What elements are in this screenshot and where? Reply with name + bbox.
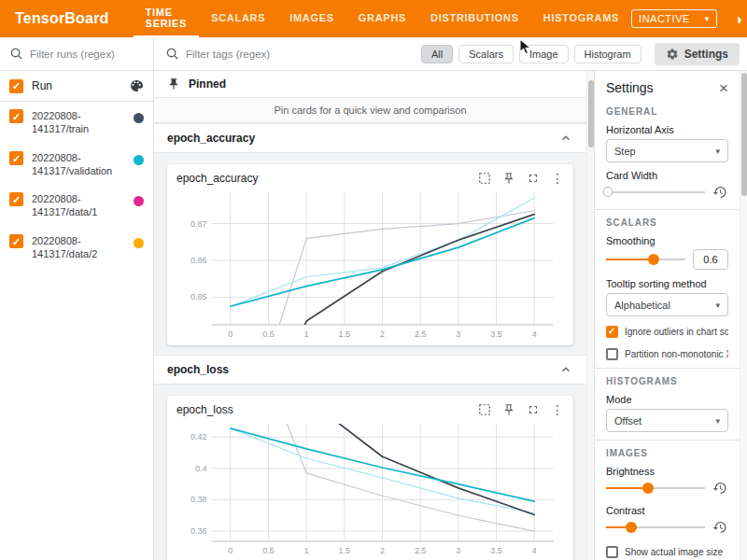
section-header-epoch-accuracy[interactable]: epoch_accuracy (154, 123, 586, 153)
card-width-label: Card Width (606, 170, 728, 181)
histogram-mode-dropdown[interactable]: Offset ▾ (606, 409, 728, 432)
scrollbar-thumb[interactable] (741, 73, 747, 196)
filter-tags-input[interactable] (186, 49, 416, 60)
smoothing-value-input[interactable] (693, 249, 728, 270)
run-label: 20220808-141317/data/1 (32, 192, 125, 219)
more-options-icon[interactable]: ⋮ (551, 403, 564, 416)
ignore-outliers-checkbox[interactable] (606, 326, 618, 338)
fullscreen-icon[interactable] (527, 403, 540, 416)
run-row-data-2[interactable]: 20220808-141317/data/2 (0, 227, 153, 269)
settings-panel-title: Settings (606, 80, 654, 95)
slider-thumb[interactable] (626, 522, 637, 533)
card-width-slider[interactable] (606, 186, 705, 199)
line-chart-epoch-loss[interactable]: 00.511.522.533.540.360.380.40.42 (176, 418, 564, 558)
tab-histograms[interactable]: HISTOGRAMS (531, 0, 631, 37)
svg-text:1.5: 1.5 (339, 329, 351, 339)
run-label: 20220808-141317/train (32, 109, 125, 136)
run-row-train[interactable]: 20220808-141317/train (0, 102, 153, 144)
run-row-data-1[interactable]: 20220808-141317/data/1 (0, 185, 153, 227)
tag-filter-toolbar: All Scalars Image Histogram Settings (154, 37, 747, 71)
reload-status-dropdown[interactable]: INACTIVE ▾ (631, 9, 717, 28)
card-zone: epoch_accuracy (154, 153, 586, 355)
chevron-down-icon: ▾ (715, 416, 720, 426)
chevron-up-icon[interactable] (558, 362, 573, 377)
tab-distributions[interactable]: DISTRIBUTIONS (418, 0, 531, 37)
line-chart-epoch-accuracy[interactable]: 00.511.522.533.540.850.860.87 (176, 187, 564, 342)
partition-x-axis-label: Partition non-monotonic X axis (625, 349, 728, 359)
ignore-outliers-row[interactable]: Ignore outliers in chart scaling (606, 326, 728, 338)
run-label: 20220808-141317/validation (32, 151, 125, 178)
horizontal-axis-dropdown[interactable]: Step ▾ (606, 139, 728, 162)
svg-text:2.5: 2.5 (415, 546, 427, 555)
section-header-epoch-loss[interactable]: epoch_loss (154, 355, 586, 385)
svg-text:1.5: 1.5 (339, 546, 351, 555)
slider-thumb[interactable] (648, 254, 659, 265)
chevron-down-icon: ▾ (715, 301, 720, 310)
svg-text:3: 3 (456, 329, 460, 339)
svg-text:3.5: 3.5 (490, 329, 502, 339)
reset-icon[interactable] (712, 520, 728, 536)
fullscreen-icon[interactable] (527, 172, 540, 185)
tab-graphs[interactable]: GRAPHS (346, 0, 418, 37)
tooltip-sorting-dropdown[interactable]: Alphabetical ▾ (606, 293, 728, 316)
run-checkbox[interactable] (9, 151, 23, 165)
dashed-box-icon[interactable] (478, 172, 491, 185)
chip-scalars[interactable]: Scalars (458, 45, 514, 63)
contrast-label: Contrast (606, 505, 728, 516)
histogram-mode-value: Offset (614, 415, 641, 427)
pin-icon[interactable] (502, 172, 515, 185)
search-icon (165, 47, 179, 61)
reset-icon[interactable] (712, 185, 728, 201)
runs-header-label: Run (32, 79, 120, 92)
show-actual-size-label: Show actual image size (625, 547, 723, 557)
divider (595, 440, 740, 441)
tab-time-series[interactable]: TIME SERIES (134, 0, 200, 37)
settings-scrollbar[interactable] (740, 71, 747, 560)
brightness-slider[interactable] (606, 482, 705, 495)
close-icon[interactable]: × (719, 80, 728, 96)
palette-icon[interactable] (129, 78, 144, 93)
scalar-card-epoch-accuracy: epoch_accuracy (167, 164, 573, 345)
contrast-slider[interactable] (606, 521, 705, 534)
run-checkbox[interactable] (9, 192, 23, 206)
select-all-runs-checkbox[interactable] (9, 79, 23, 93)
pin-icon[interactable] (502, 403, 515, 416)
run-checkbox[interactable] (9, 109, 23, 123)
slider-thumb[interactable] (642, 483, 654, 494)
tab-scalars[interactable]: SCALARS (199, 0, 277, 37)
more-options-icon[interactable]: ⋮ (551, 172, 564, 185)
svg-text:0.38: 0.38 (190, 495, 207, 504)
show-actual-size-checkbox[interactable] (606, 546, 618, 558)
svg-text:0.5: 0.5 (262, 546, 275, 555)
slider-thumb[interactable] (603, 187, 613, 197)
main-scrollbar[interactable] (586, 71, 594, 560)
reset-icon[interactable] (712, 481, 728, 497)
chevron-down-icon: ▾ (705, 14, 710, 23)
tooltip-sorting-label: Tooltip sorting method (606, 278, 728, 289)
svg-text:2.5: 2.5 (415, 329, 427, 339)
settings-button[interactable]: Settings (655, 43, 740, 65)
theme-toggle-icon[interactable]: ◑ (729, 10, 747, 28)
chevron-up-icon[interactable] (558, 131, 573, 146)
run-color-dot (134, 238, 144, 248)
chip-histogram[interactable]: Histogram (574, 45, 641, 63)
pinned-section-header: Pinned (154, 71, 586, 98)
tab-images[interactable]: IMAGES (277, 0, 346, 37)
run-checkbox[interactable] (9, 234, 23, 248)
scrollbar-thumb[interactable] (588, 80, 594, 147)
horizontal-axis-value: Step (614, 146, 636, 157)
svg-text:2: 2 (380, 546, 385, 555)
dashed-box-icon[interactable] (478, 403, 491, 416)
horizontal-axis-label: Horizontal Axis (606, 124, 728, 135)
histogram-mode-label: Mode (606, 394, 728, 405)
chip-all[interactable]: All (421, 45, 453, 63)
svg-text:0.4: 0.4 (195, 464, 207, 473)
run-row-validation[interactable]: 20220808-141317/validation (0, 144, 153, 186)
smoothing-slider[interactable] (606, 253, 685, 266)
tensorboard-logo: TensorBoard (15, 10, 109, 27)
partition-x-axis-checkbox[interactable] (606, 348, 618, 360)
filter-runs-input[interactable] (30, 49, 144, 60)
show-actual-size-row[interactable]: Show actual image size (606, 546, 728, 558)
partition-x-axis-row[interactable]: Partition non-monotonic X axis ⓘ (606, 347, 728, 360)
chip-image[interactable]: Image (519, 45, 569, 63)
